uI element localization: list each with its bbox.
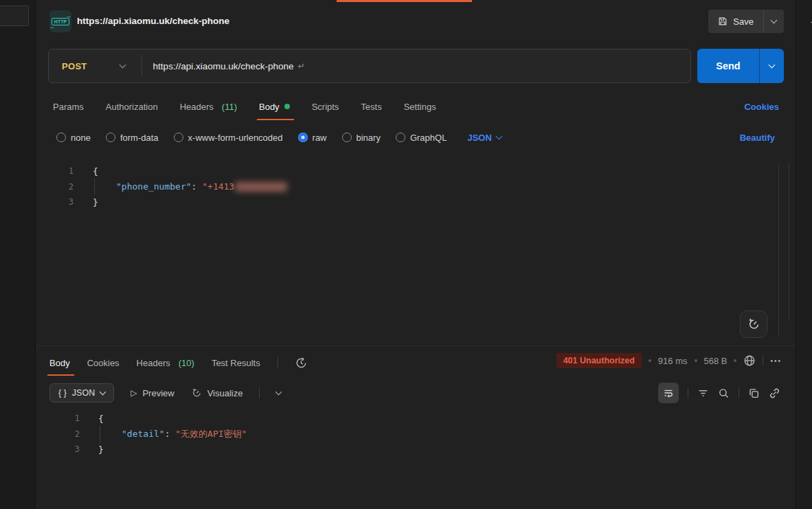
response-history-button[interactable] [295, 357, 307, 369]
divider [259, 387, 260, 398]
tab-headers[interactable]: Headers(11) [180, 93, 237, 120]
code-line: 2 "detail": "无效的API密钥" [36, 427, 796, 442]
postbot-sparkle-icon [747, 317, 760, 331]
response-tab-headers[interactable]: Headers(10) [137, 350, 194, 376]
tab-settings[interactable]: Settings [404, 93, 436, 120]
code-line: 1 { [36, 411, 796, 427]
response-size[interactable]: 568 B [704, 356, 728, 366]
request-title: https://api.xiaomu.uk/check-phone [77, 16, 229, 26]
line-number: 3 [36, 444, 80, 454]
tab-authorization[interactable]: Authorization [106, 93, 158, 120]
http-request-icon: HTTP → ← [49, 10, 71, 32]
history-clock-icon [295, 357, 307, 369]
radio-icon [174, 133, 183, 142]
save-button[interactable]: Save [708, 10, 763, 33]
separator-dot [649, 359, 651, 362]
visualize-sparkle-icon [191, 387, 202, 398]
sidebar-collapsed-item[interactable] [0, 5, 29, 26]
radio-form-data[interactable]: form-data [106, 133, 159, 143]
toolbar-chevron-down-button[interactable] [275, 388, 282, 395]
save-button-label: Save [733, 16, 754, 27]
radio-icon [106, 133, 115, 142]
method-selector[interactable]: POST [49, 61, 87, 71]
indent-guide [100, 425, 100, 443]
play-icon: ▷ [131, 388, 137, 398]
preview-button[interactable]: ▷ Preview [131, 388, 174, 398]
json-value: "无效的API密钥" [175, 428, 247, 440]
indent-guide [94, 179, 95, 194]
visualize-button[interactable]: Visualize [191, 387, 243, 398]
divider [738, 387, 739, 398]
radio-icon [56, 133, 66, 142]
code-line: 2 "phone_number": "+1413 [36, 179, 796, 195]
send-button-label: Send [716, 60, 740, 71]
code-line: 3 } [36, 194, 796, 210]
response-tab-cookies[interactable]: Cookies [87, 350, 120, 376]
url-input[interactable]: https://api.xiaomu.uk/check-phone [153, 61, 294, 71]
word-wrap-button[interactable] [658, 383, 679, 403]
editor-scrollbar-track[interactable] [778, 162, 779, 337]
cookies-link[interactable]: Cookies [744, 93, 779, 120]
response-status-bar: 401 Unauthorized 916 ms 568 B ••• [556, 353, 782, 368]
http-arrow-left-icon: ← [49, 24, 56, 30]
response-body-editor[interactable]: 1 { 2 "detail": "无效的API密钥" 3 } [36, 411, 796, 457]
line-number: 1 [36, 414, 80, 423]
save-dropdown-button[interactable] [764, 10, 784, 33]
radio-graphql[interactable]: GraphQL [396, 133, 447, 143]
postbot-assistant-button[interactable] [740, 310, 767, 338]
code-line: 1 { [36, 163, 796, 179]
search-button[interactable] [718, 387, 730, 399]
filter-icon [697, 387, 709, 399]
request-tabs: Params Authorization Headers(11) Body Sc… [36, 93, 796, 120]
right-sidebar-rail: ◂ [796, 0, 812, 509]
radio-icon [396, 133, 405, 142]
share-link-button[interactable] [769, 387, 780, 399]
radio-raw[interactable]: raw [298, 133, 327, 143]
radio-x-www-form-urlencoded[interactable]: x-www-form-urlencoded [174, 133, 283, 143]
search-icon [718, 387, 730, 399]
main-panel: HTTP → ← https://api.xiaomu.uk/check-pho… [36, 0, 796, 509]
send-button[interactable]: Send [697, 49, 759, 83]
body-type-selector: none form-data x-www-form-urlencoded raw… [36, 127, 796, 148]
tab-tests[interactable]: Tests [361, 93, 381, 120]
headers-count-badge: (11) [222, 102, 237, 112]
word-wrap-icon [663, 387, 674, 398]
divider [763, 355, 763, 366]
beautify-link[interactable]: Beautify [740, 127, 775, 148]
separator-dot [695, 359, 697, 362]
raw-format-dropdown[interactable]: JSON [467, 133, 501, 143]
json-value: "+1413 [202, 181, 234, 192]
filter-button[interactable] [697, 387, 709, 399]
response-format-dropdown[interactable]: { } JSON [49, 383, 114, 403]
http-arrow-right-icon: → [65, 13, 71, 19]
response-tab-test-results[interactable]: Test Results [212, 350, 260, 376]
save-floppy-icon [718, 16, 728, 26]
radio-none[interactable]: none [56, 133, 91, 143]
copy-response-button[interactable] [748, 387, 760, 399]
tab-scripts[interactable]: Scripts [312, 93, 339, 120]
response-tab-body[interactable]: Body [49, 350, 70, 376]
tab-params[interactable]: Params [53, 93, 84, 120]
divider [688, 387, 688, 398]
status-badge[interactable]: 401 Unauthorized [556, 353, 642, 368]
globe-icon [743, 354, 756, 367]
request-body-editor[interactable]: 1 { 2 "phone_number": "+1413 3 } [36, 159, 796, 346]
response-more-options-button[interactable]: ••• [770, 357, 782, 365]
redacted-phone-blur [235, 182, 287, 192]
chevron-down-icon [100, 388, 106, 395]
send-dropdown-button[interactable] [760, 49, 784, 83]
json-key: "detail" [122, 429, 165, 439]
radio-icon [342, 133, 352, 142]
response-time[interactable]: 916 ms [658, 356, 688, 366]
method-chevron-down-icon[interactable] [120, 65, 125, 67]
chevron-down-icon [495, 133, 502, 139]
network-info-button[interactable] [743, 354, 756, 367]
chevron-down-icon [771, 16, 778, 23]
line-number: 3 [36, 197, 74, 207]
link-icon [769, 387, 780, 399]
separator-dot [734, 359, 736, 362]
radio-binary[interactable]: binary [342, 133, 381, 143]
tab-body[interactable]: Body [259, 93, 290, 120]
return-key-icon: ↵ [297, 61, 304, 71]
response-headers-count-badge: (10) [179, 358, 194, 368]
